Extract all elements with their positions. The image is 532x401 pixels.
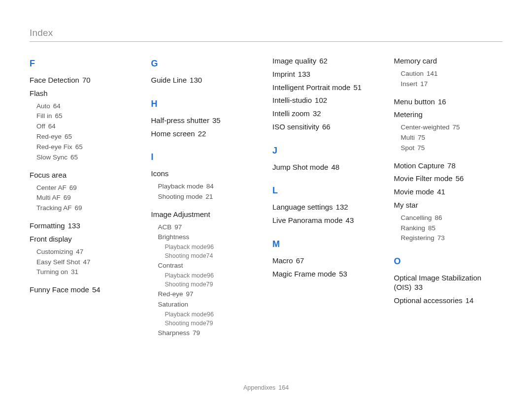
entry-front-display[interactable]: Front display — [30, 235, 138, 244]
subsub-entry-playback[interactable]: Playback mode96 — [165, 244, 260, 251]
subsub-entry-shooting[interactable]: Shooting mode79 — [165, 281, 260, 288]
sub-entry-saturation[interactable]: Saturation — [158, 301, 260, 309]
subsub-entry-shooting[interactable]: Shooting mode74 — [165, 252, 260, 260]
entry-live-panorama[interactable]: Live Panorama mode43 — [272, 216, 381, 225]
entry-my-star[interactable]: My star — [394, 201, 503, 210]
sub-page: 69 — [75, 204, 82, 212]
entry-page: 67 — [296, 256, 304, 265]
sub-entry-red-eye[interactable]: Red-eye65 — [36, 133, 138, 141]
entry-iso[interactable]: ISO sensitivity66 — [272, 123, 381, 132]
entry-movie-mode[interactable]: Movie mode41 — [394, 187, 503, 197]
entry-intelli-zoom[interactable]: Intelli zoom32 — [272, 109, 381, 119]
sub-entry-multi[interactable]: Multi75 — [401, 134, 503, 142]
sub-entry-multi-af[interactable]: Multi AF69 — [36, 194, 138, 202]
entry-accessories[interactable]: Optional accessories14 — [394, 296, 503, 306]
entry-ois[interactable]: Optical Image Stabilization (OIS)33 — [394, 274, 503, 292]
entry-label: Optional accessories — [394, 296, 463, 305]
sub-entry-sharpness[interactable]: Sharpness79 — [158, 329, 260, 338]
sub-label: Insert — [401, 80, 418, 88]
subsub-list: Playback mode96 Shooting mode79 — [165, 272, 260, 288]
sub-page: 65 — [65, 133, 72, 140]
entry-half-press[interactable]: Half-press shutter35 — [151, 116, 260, 125]
entry-label: Half-press shutter — [151, 116, 209, 124]
subsub-page: 96 — [207, 244, 214, 250]
subsub-page: 74 — [206, 252, 213, 259]
sub-entry-shooting[interactable]: Shooting mode21 — [158, 193, 260, 201]
sub-entry-acb[interactable]: ACB97 — [158, 223, 260, 232]
entry-focus-area[interactable]: Focus area — [30, 171, 138, 180]
page-title: Index — [30, 28, 502, 38]
sub-entry-slow-sync[interactable]: Slow Sync65 — [36, 154, 138, 162]
sub-label: ACB — [158, 223, 172, 231]
column-1: F Face Detection70 Flash Auto64 Fill in6… — [30, 57, 138, 346]
entry-guide-line[interactable]: Guide Line130 — [151, 76, 260, 85]
entry-movie-filter[interactable]: Movie Filter mode56 — [394, 174, 503, 184]
sub-entry-tracking-af[interactable]: Tracking AF69 — [36, 204, 138, 213]
entry-label: Macro — [272, 256, 293, 265]
sub-entry-insert[interactable]: Insert17 — [401, 80, 503, 89]
sub-entry-fill-in[interactable]: Fill in65 — [36, 112, 138, 121]
entry-magic-frame[interactable]: Magic Frame mode53 — [272, 270, 381, 279]
entry-motion-capture[interactable]: Motion Capture78 — [394, 161, 503, 171]
sub-page: 65 — [75, 143, 83, 151]
entry-memory-card[interactable]: Memory card — [394, 57, 503, 66]
entry-label: Image Adjustment — [151, 210, 210, 218]
sub-entry-registering[interactable]: Registering73 — [401, 234, 503, 243]
sub-list: Customizing47 Easy Self Shot47 Turning o… — [36, 248, 138, 277]
sub-list: Cancelling86 Ranking85 Registering73 — [401, 214, 503, 243]
sub-entry-brightness[interactable]: Brightness — [158, 233, 260, 242]
entry-label: Formatting — [30, 221, 65, 230]
entry-macro[interactable]: Macro67 — [272, 256, 381, 266]
entry-label: Optical Image Stabilization (OIS) — [394, 274, 482, 291]
entry-intelli-studio[interactable]: Intelli-studio102 — [272, 96, 381, 105]
entry-menu-button[interactable]: Menu button16 — [394, 97, 503, 107]
section-letter-H: H — [151, 99, 260, 109]
sub-entry-cancelling[interactable]: Cancelling86 — [401, 214, 503, 222]
sub-entry-center-weighted[interactable]: Center-weighted75 — [401, 123, 503, 132]
sub-page: 69 — [69, 184, 77, 191]
sub-entry-red-eye-fix[interactable]: Red-eye Fix65 — [36, 143, 138, 152]
entry-formatting[interactable]: Formatting133 — [30, 221, 138, 231]
entry-label: Flash — [30, 89, 48, 97]
entry-intelligent-portrait[interactable]: Intelligent Portrait mode51 — [272, 83, 381, 93]
sub-entry-off[interactable]: Off64 — [36, 123, 138, 131]
subsub-entry-shooting[interactable]: Shooting mode79 — [165, 320, 260, 327]
sub-label: Customizing — [36, 248, 73, 255]
entry-flash[interactable]: Flash — [30, 89, 138, 98]
sub-entry-contrast[interactable]: Contrast — [158, 262, 260, 270]
sub-entry-customizing[interactable]: Customizing47 — [36, 248, 138, 256]
index-columns: F Face Detection70 Flash Auto64 Fill in6… — [30, 57, 502, 346]
entry-imprint[interactable]: Imprint133 — [272, 70, 381, 79]
entry-face-detection[interactable]: Face Detection70 — [30, 76, 138, 85]
sub-label: Contrast — [158, 262, 183, 269]
sub-entry-ranking[interactable]: Ranking85 — [401, 224, 503, 233]
sub-entry-playback[interactable]: Playback mode84 — [158, 183, 260, 191]
entry-icons[interactable]: Icons — [151, 169, 260, 179]
sub-entry-center-af[interactable]: Center AF69 — [36, 184, 138, 192]
entry-page: 48 — [331, 163, 339, 171]
subsub-entry-playback[interactable]: Playback mode96 — [165, 272, 260, 279]
sub-entry-easy-self-shot[interactable]: Easy Self Shot47 — [36, 258, 138, 267]
entry-label: Movie mode — [394, 187, 434, 196]
sub-entry-caution[interactable]: Caution141 — [401, 70, 503, 78]
sub-entry-spot[interactable]: Spot75 — [401, 144, 503, 153]
entry-language[interactable]: Language settings132 — [272, 203, 381, 212]
subsub-entry-playback[interactable]: Playback mode96 — [165, 311, 260, 318]
entry-label: Jump Shot mode — [272, 163, 328, 171]
entry-image-quality[interactable]: Image quality62 — [272, 57, 381, 66]
entry-label: Guide Line — [151, 76, 187, 84]
entry-funny-face[interactable]: Funny Face mode54 — [30, 285, 138, 295]
entry-label: Focus area — [30, 171, 66, 179]
sub-entry-turning-on[interactable]: Turning on31 — [36, 268, 138, 277]
entry-jump-shot[interactable]: Jump Shot mode48 — [272, 163, 381, 172]
entry-metering[interactable]: Metering — [394, 110, 503, 120]
entry-image-adjustment[interactable]: Image Adjustment — [151, 210, 260, 219]
sub-entry-red-eye[interactable]: Red-eye97 — [158, 290, 260, 299]
entry-page: 35 — [212, 116, 221, 124]
sub-entry-auto[interactable]: Auto64 — [36, 102, 138, 111]
subsub-label: Playback mode — [165, 311, 207, 318]
sub-label: Red-eye Fix — [36, 143, 72, 151]
entry-home-screen[interactable]: Home screen22 — [151, 129, 260, 139]
sub-page: 75 — [417, 144, 425, 152]
entry-page: 62 — [319, 57, 328, 65]
